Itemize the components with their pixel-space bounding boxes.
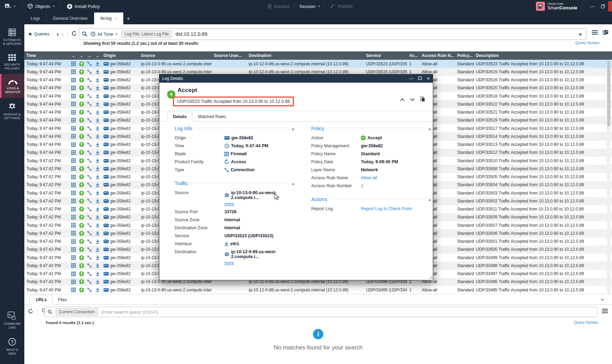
column-header-blade[interactable]: .. [69,53,77,58]
dialog-action-title: Accept [177,87,197,94]
collapse-section-icon[interactable]: ▲ [428,127,431,131]
gateway-icon [104,143,109,146]
column-header-description[interactable]: Description [474,53,612,58]
scrollbar-thumb[interactable] [607,60,610,126]
panel-query-syntax-link[interactable]: Query Syntax [574,320,598,324]
log-table-row[interactable]: Today, 9:47:44 PM gw-358e82 ip-10-13- [24,60,612,68]
new-tab-button[interactable]: + [127,15,130,24]
install-policy-button[interactable]: Install Policy [67,3,100,9]
sidebar-item[interactable]: LOGS &MONITOR [0,74,24,98]
query-input[interactable]: dst:10.12.0.89 [175,31,577,37]
more-link[interactable]: more [224,260,295,265]
session-menu-button[interactable]: Session ▼ [299,4,320,9]
dialog-maximize-button[interactable] [418,76,422,81]
log-file-chip[interactable]: Log File: Latest Log File [121,30,172,38]
dialog-title-bar[interactable]: Log Details — ✕ [159,74,433,83]
search-icon [48,309,52,314]
results-options-button[interactable] [592,30,598,36]
connection-type-icon [85,134,93,139]
column-header-source[interactable]: Source [139,53,212,58]
column-header-time[interactable]: Time [24,53,69,58]
objects-menu-button[interactable]: Objects ▼ [27,3,55,9]
back-button[interactable]: ‹ [57,30,59,38]
column-header-policy[interactable]: Policy... [455,53,474,58]
column-header-access-rule-number[interactable]: Ac... [407,53,420,58]
sidebar-item[interactable]: COMMANDLINE [0,307,24,333]
clear-query-icon[interactable]: × [577,31,583,37]
column-header-source-user[interactable]: Source User... [212,53,247,58]
collapse-section-icon[interactable]: ▲ [291,182,295,185]
table-scrollbar[interactable] [607,60,611,294]
collapse-section-icon[interactable]: ▲ [291,127,295,131]
close-button[interactable] [608,1,612,11]
refresh-button[interactable] [71,31,77,38]
gateway-icon [104,240,109,243]
column-header-interface[interactable]: .. [93,53,101,58]
dialog-minimize-button[interactable]: — [409,76,413,81]
publish-button[interactable]: Publish [330,4,353,9]
firewall-blade-icon [69,78,77,82]
firewall-blade-icon [69,215,77,220]
connection-type-icon [85,94,93,98]
tab-general-overview[interactable]: General Overview [47,13,94,24]
current-connection-chip[interactable]: Current Connection [56,308,98,316]
previous-log-button[interactable] [400,97,405,102]
open-in-window-button[interactable] [603,30,609,36]
tab-close-icon[interactable]: × [115,16,117,20]
panel-search-box[interactable]: Current Connection Enter search query (C… [44,307,597,317]
minimize-button[interactable]: — [587,1,598,11]
firewall-blade-icon [69,247,77,252]
sidebar-item[interactable]: MANAGE &SETTINGS [0,98,24,124]
column-header-access-rule-name[interactable]: Access Rule N... [420,53,455,58]
dialog-tab-details[interactable]: Details [167,112,192,122]
dialog-tab-matched-rules[interactable]: Matched Rules [192,112,231,121]
column-header-destination[interactable]: Destination [247,53,364,58]
next-log-button[interactable] [410,97,415,102]
sidebar-item[interactable]: SECURITYPOLICIES [0,50,24,74]
tab-logs[interactable]: Logs [24,13,47,24]
copy-button[interactable] [420,97,425,103]
collapse-section-icon[interactable]: ▲ [428,198,431,201]
detail-field: Destination ip-10-12-0-89.us-west-2.comp… [175,249,295,265]
sidebar-item[interactable]: ? WHAT'SNEW [0,333,24,359]
restore-button[interactable] [598,1,608,11]
download-icon [93,223,101,228]
panel-collapse-button[interactable] [601,297,604,302]
section-title: Log Info [175,126,192,131]
terminal-icon [8,312,17,320]
highlighted-description: UDP/33523 Traffic Accepted from 10.13.0.… [173,97,294,106]
tab-files[interactable]: Files [52,295,72,304]
time-filter-dropdown[interactable]: All Time ▼ [91,32,118,37]
column-header-type[interactable]: .. [85,53,93,58]
more-link[interactable]: more [224,201,295,206]
panel-refresh-button[interactable] [28,308,33,315]
dialog-close-button[interactable]: ✕ [427,76,430,81]
dialog-title: Log Details [162,76,183,81]
dialog-resize-grip[interactable] [429,276,432,279]
download-icon [93,175,101,179]
column-header-action[interactable]: .. [77,53,85,58]
svg-text:?: ? [11,339,14,344]
divider [61,3,61,9]
panel-options-button[interactable] [602,309,608,314]
column-header-origin[interactable]: Origin [101,53,139,58]
download-icon [93,69,101,74]
log-table-row[interactable]: Today, 9:47:40 PM gw-358e82 ip-10-13- [24,286,612,294]
forward-button[interactable]: › [62,30,64,38]
firewall-blade-icon [69,142,77,147]
empty-message: No matches found for your search [24,344,612,351]
tab-urls[interactable]: URLs [30,295,52,305]
queries-button[interactable]: ★ Queries [28,31,49,37]
discard-button[interactable]: Discard [267,4,289,9]
tab-fw-log[interactable]: fw.log × [94,13,123,24]
firewall-blade-icon [69,288,77,292]
sidebar-item[interactable]: GATEWAYS& SERVERS [0,24,24,50]
app-menu-button[interactable]: ▼ [5,4,16,9]
firewall-blade-icon [69,110,77,115]
query-syntax-link[interactable]: Query Syntax [575,41,599,45]
download-icon [93,272,101,276]
column-header-service[interactable]: Service [364,53,407,58]
log-search-box[interactable]: All Time ▼ Log File: Latest Log File dst… [79,28,586,40]
gateway-icon [104,248,109,251]
divider [53,31,53,38]
